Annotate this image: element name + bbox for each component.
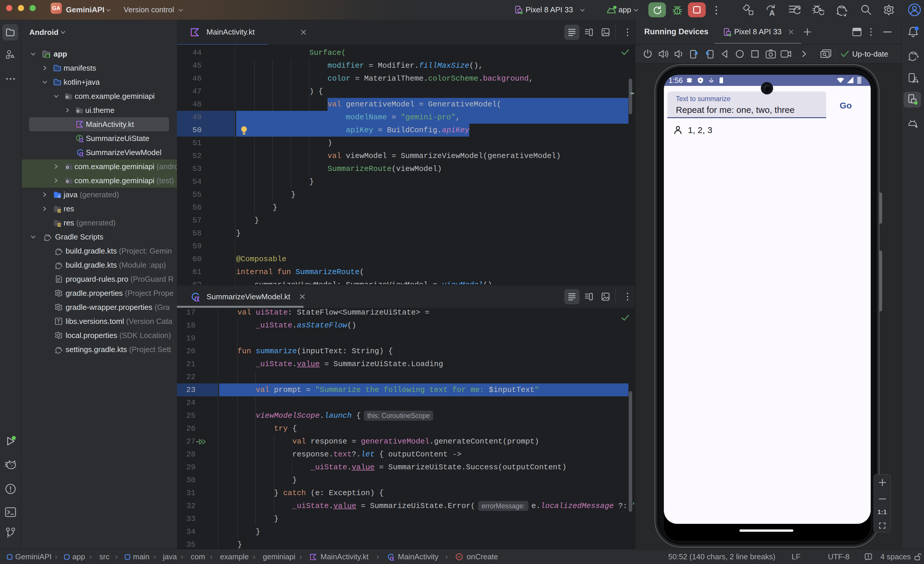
- svg-text:m: m: [458, 555, 460, 559]
- svg-text:A: A: [770, 9, 775, 16]
